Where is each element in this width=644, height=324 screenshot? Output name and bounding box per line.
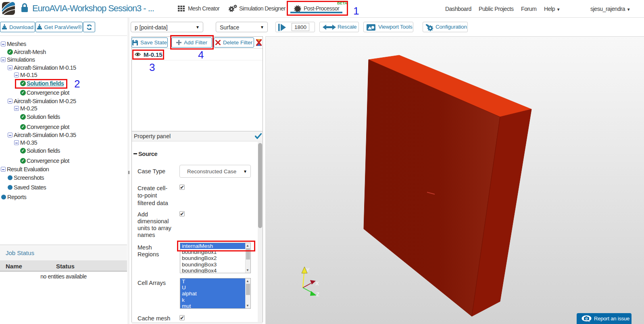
svg-text:Z: Z [316, 291, 319, 297]
svg-text:X: X [315, 280, 319, 287]
svg-text:Y: Y [306, 267, 310, 273]
